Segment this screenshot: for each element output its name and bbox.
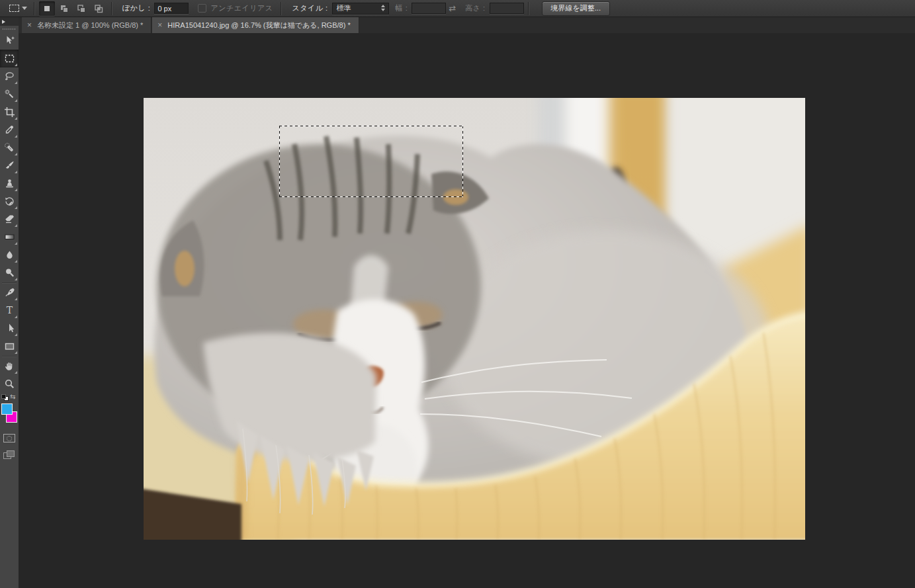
tab-untitled-1[interactable]: × 名称未設定 1 @ 100% (RGB/8) *	[22, 17, 152, 33]
style-dropdown-value: 標準	[333, 3, 351, 13]
screen-mode-button[interactable]	[3, 450, 15, 460]
new-selection-icon	[42, 3, 52, 14]
tool-brush[interactable]	[0, 157, 19, 175]
color-swatch-area: ⇆	[0, 394, 19, 425]
tool-eyedropper[interactable]	[0, 121, 19, 139]
tab-hira15041240[interactable]: × HIRA15041240.jpg @ 16.7% (我輩は猫である, RGB…	[152, 17, 359, 33]
tool-preset-picker[interactable]	[7, 3, 30, 13]
tool-crop[interactable]	[0, 103, 19, 121]
height-label: 高さ :	[465, 3, 485, 13]
selection-marquee[interactable]	[279, 126, 463, 197]
antialias-checkbox[interactable]	[198, 4, 206, 13]
separator	[2, 356, 17, 357]
rectangle-tool-icon	[4, 341, 15, 352]
flyout-indicator	[15, 117, 17, 120]
flyout-indicator	[15, 189, 17, 191]
close-tab-icon[interactable]: ×	[157, 21, 162, 29]
swap-colors-icon[interactable]: ⇆	[10, 393, 15, 400]
tool-magic-wand[interactable]	[0, 85, 19, 103]
pen-tool-icon	[4, 287, 15, 298]
tab-label: HIRA15041240.jpg @ 16.7% (我輩は猫である, RGB/8…	[167, 21, 350, 30]
tool-zoom[interactable]	[0, 375, 19, 393]
canvas-workspace[interactable]	[19, 33, 915, 588]
intersect-selection-icon	[93, 3, 104, 14]
flyout-indicator	[15, 153, 17, 155]
refine-edge-button[interactable]: 境界線を調整...	[542, 1, 610, 16]
tool-rectangle[interactable]	[0, 337, 19, 355]
feather-input[interactable]	[154, 3, 189, 14]
history-brush-tool-icon	[4, 196, 15, 207]
tools-panel-header[interactable]	[0, 17, 19, 26]
separator	[34, 2, 34, 15]
add-to-selection-mode-button[interactable]	[56, 1, 72, 16]
tab-label: 名称未設定 1 @ 100% (RGB/8) *	[37, 21, 143, 30]
quick-mask-button[interactable]	[3, 434, 15, 442]
tool-path-selection[interactable]	[0, 319, 19, 337]
flyout-indicator	[15, 99, 17, 102]
flyout-indicator	[15, 63, 17, 66]
subtract-selection-icon	[76, 3, 87, 14]
tool-lasso[interactable]	[0, 67, 19, 85]
blur-tool-icon	[4, 249, 15, 261]
style-label: スタイル :	[292, 3, 327, 13]
intersect-selection-mode-button[interactable]	[91, 1, 107, 16]
flyout-indicator	[15, 278, 17, 280]
hand-tool-icon	[4, 360, 15, 372]
new-selection-mode-button[interactable]	[39, 1, 55, 16]
subtract-from-selection-mode-button[interactable]	[73, 1, 89, 16]
tool-dodge[interactable]	[0, 264, 19, 282]
cat-photo	[144, 98, 805, 540]
tools-panel: T ⇆	[0, 17, 19, 588]
flyout-indicator	[15, 206, 17, 209]
tool-blur[interactable]	[0, 246, 19, 264]
tool-gradient[interactable]	[0, 228, 19, 246]
flyout-indicator	[15, 171, 17, 173]
width-input[interactable]	[412, 3, 446, 14]
eraser-tool-icon	[4, 214, 15, 225]
dodge-tool-icon	[4, 267, 15, 278]
gradient-tool-icon	[4, 231, 15, 243]
flyout-indicator	[15, 298, 17, 300]
antialias-label: アンチエイリアス	[210, 3, 273, 13]
flyout-indicator	[15, 315, 17, 318]
style-dropdown[interactable]: 標準	[332, 3, 389, 15]
magic-wand-tool-icon	[4, 89, 15, 100]
tool-clone-stamp[interactable]	[0, 175, 19, 192]
move-tool-icon	[4, 35, 15, 46]
flyout-indicator	[15, 351, 17, 354]
stepper-arrows-icon	[381, 5, 385, 11]
flyout-indicator	[15, 81, 17, 84]
type-tool-icon: T	[4, 305, 15, 316]
tool-hand[interactable]	[0, 357, 19, 375]
tool-move[interactable]	[0, 32, 19, 50]
width-label: 幅 :	[396, 3, 408, 13]
svg-text:T: T	[6, 305, 13, 315]
add-selection-icon	[59, 3, 69, 14]
panel-grip[interactable]	[0, 26, 19, 32]
eyedropper-tool-icon	[4, 124, 15, 136]
tool-history-brush[interactable]	[0, 192, 19, 210]
height-input[interactable]	[490, 3, 524, 14]
close-tab-icon[interactable]: ×	[27, 21, 32, 29]
foreground-color-swatch[interactable]	[1, 403, 13, 415]
flyout-indicator	[15, 135, 17, 138]
document-image[interactable]	[144, 98, 805, 540]
tool-pen[interactable]	[0, 284, 19, 302]
flyout-indicator	[15, 371, 17, 374]
tool-type[interactable]: T	[0, 302, 19, 319]
separator	[111, 2, 112, 15]
quick-mask-icon	[7, 436, 12, 441]
document-tab-bar: × 名称未設定 1 @ 100% (RGB/8) * × HIRA1504124…	[19, 17, 915, 33]
rectangular-marquee-tool-icon	[4, 53, 15, 64]
tool-spot-healing-brush[interactable]	[0, 139, 19, 157]
collapse-panel-icon	[2, 20, 5, 24]
swap-width-height-icon[interactable]: ⇄	[449, 3, 456, 13]
chevron-down-icon	[22, 7, 27, 10]
tool-eraser[interactable]	[0, 210, 19, 228]
path-selection-tool-icon	[4, 323, 15, 334]
lasso-tool-icon	[4, 71, 15, 82]
flyout-indicator	[15, 260, 17, 263]
separator	[2, 282, 17, 283]
tool-rectangular-marquee[interactable]	[0, 50, 19, 67]
brush-tool-icon	[4, 160, 15, 171]
